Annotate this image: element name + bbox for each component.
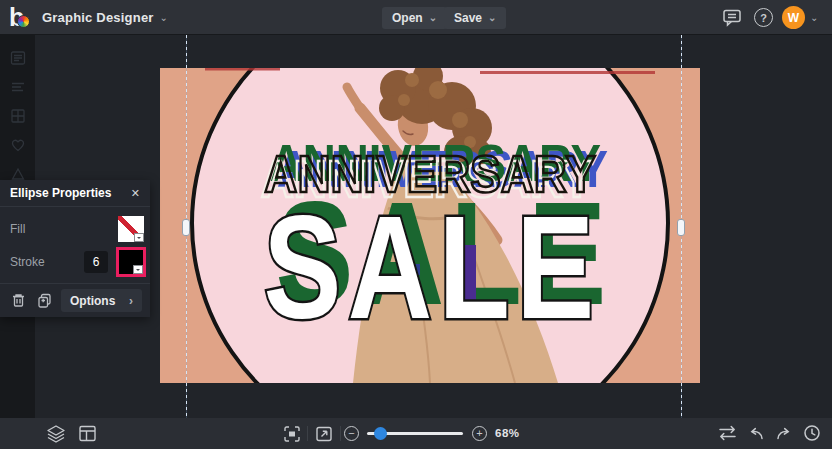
options-button[interactable]: Options › (61, 289, 142, 312)
selection-edge-right (681, 35, 682, 418)
options-label: Options (70, 294, 115, 308)
fill-color-swatch[interactable] (118, 216, 144, 242)
zoom-slider-thumb[interactable] (374, 427, 387, 440)
resize-handle-left[interactable] (182, 219, 190, 236)
avatar-initial: W (788, 11, 799, 25)
color-wheel-icon (17, 15, 30, 28)
plus-icon: + (476, 427, 482, 439)
panel-header: Ellipse Properties ✕ (0, 180, 150, 207)
stroke-width-input[interactable] (84, 251, 108, 273)
zoom-in-button[interactable]: + (472, 426, 487, 441)
canvas-workspace[interactable]: ANNIVERSARY ANNIVERSARY ANNIVERSARY ANNI… (35, 35, 832, 418)
heart-icon (9, 136, 27, 154)
fit-to-screen-button[interactable] (282, 424, 302, 444)
bottom-toolbar: − + 68% (0, 418, 832, 449)
chevron-right-icon: › (129, 294, 133, 308)
duplicate-icon (35, 291, 54, 310)
headline-text-group[interactable]: ANNIVERSARY ANNIVERSARY ANNIVERSARY ANNI… (160, 68, 700, 383)
chevron-down-icon: ⌄ (160, 13, 168, 23)
chevron-down-icon: ⌄ (488, 13, 496, 23)
fullscreen-button[interactable] (314, 424, 334, 444)
zoom-out-button[interactable]: − (344, 426, 359, 441)
comment-bubble-icon (722, 8, 743, 27)
duplicate-button[interactable] (35, 291, 54, 310)
edit-lines-icon (9, 78, 27, 96)
graphic-designer-app: b Graphic Designer ⌄ Open ⌄ Save ⌄ ? (0, 0, 832, 449)
selection-edge-left (186, 35, 187, 418)
history-icon (802, 423, 822, 443)
headline-sale: SALE SALE (263, 171, 612, 348)
canvas-layout-icon (77, 423, 98, 444)
feedback-button[interactable] (722, 8, 743, 27)
top-bar: b Graphic Designer ⌄ Open ⌄ Save ⌄ ? (0, 0, 832, 35)
stroke-color-swatch[interactable] (116, 247, 146, 277)
resize-handle-right[interactable] (677, 219, 685, 236)
user-avatar[interactable]: W (782, 6, 805, 29)
compare-button[interactable] (716, 424, 739, 442)
fullscreen-icon (314, 424, 334, 444)
compare-icon (716, 424, 739, 442)
trash-icon (9, 291, 28, 310)
close-icon[interactable]: ✕ (131, 187, 140, 200)
fill-label: Fill (10, 222, 25, 236)
sidebar-item-edit[interactable] (0, 72, 35, 101)
zoom-percentage: 68% (495, 427, 520, 439)
delete-button[interactable] (9, 291, 28, 310)
account-chevron-down-icon[interactable]: ⌄ (810, 13, 818, 23)
layers-button[interactable] (45, 423, 67, 445)
fit-screen-icon (282, 424, 302, 444)
toolbar-divider (340, 426, 341, 441)
toolbar-divider (307, 426, 308, 441)
canvas-manager-button[interactable] (77, 423, 98, 444)
sidebar-item-templates[interactable] (0, 43, 35, 72)
open-label: Open (392, 11, 423, 25)
zoom-slider[interactable] (367, 432, 463, 435)
app-menu-label: Graphic Designer (42, 10, 154, 25)
fill-row: Fill (0, 213, 150, 246)
swatch-dropdown-icon[interactable] (134, 233, 144, 242)
panel-title: Ellipse Properties (10, 186, 111, 200)
chevron-down-icon: ⌄ (429, 13, 437, 23)
swatch-dropdown-icon[interactable] (133, 265, 143, 274)
sidebar-item-layout[interactable] (0, 101, 35, 130)
save-label: Save (454, 11, 482, 25)
undo-button[interactable] (746, 424, 766, 442)
ellipse-properties-panel: Ellipse Properties ✕ Fill Stroke (0, 180, 150, 317)
undo-icon (746, 424, 766, 442)
history-button[interactable] (802, 423, 822, 443)
layers-icon (45, 423, 67, 445)
sale-main-layer: SALE (263, 185, 600, 348)
question-mark-icon: ? (760, 12, 767, 24)
open-button[interactable]: Open ⌄ (382, 7, 447, 29)
redo-button[interactable] (774, 424, 794, 442)
templates-icon (9, 49, 27, 67)
design-artboard[interactable]: ANNIVERSARY ANNIVERSARY ANNIVERSARY ANNI… (160, 68, 700, 383)
minus-icon: − (348, 427, 354, 439)
redo-icon (774, 424, 794, 442)
sidebar-item-favorites[interactable] (0, 130, 35, 159)
befunky-logo[interactable]: b (9, 2, 35, 32)
help-button[interactable]: ? (754, 8, 773, 27)
panel-footer: Options › (0, 283, 150, 317)
stroke-row: Stroke (0, 246, 150, 279)
grid-layout-icon (9, 107, 27, 125)
save-button[interactable]: Save ⌄ (444, 7, 506, 29)
stroke-label: Stroke (10, 255, 45, 269)
app-menu-graphic-designer[interactable]: Graphic Designer ⌄ (42, 0, 168, 35)
